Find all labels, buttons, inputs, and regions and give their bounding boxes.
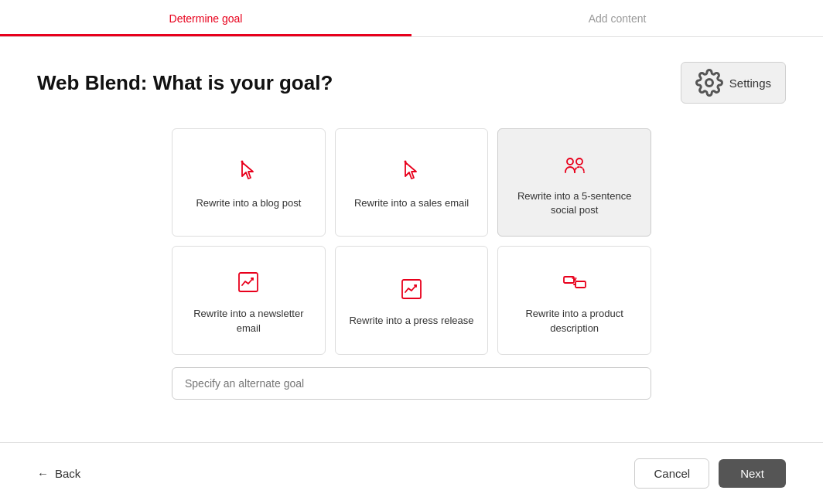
header-row: Web Blend: What is your goal? Settings bbox=[37, 62, 786, 104]
progress-step-2: Add content bbox=[412, 0, 823, 36]
svg-point-2 bbox=[404, 161, 406, 163]
progress-step-2-label: Add content bbox=[589, 12, 647, 25]
progress-step-1-label: Determine goal bbox=[169, 12, 243, 25]
card-social-post[interactable]: Rewrite into a 5-sentence social post bbox=[497, 128, 651, 237]
card-newsletter-label: Rewrite into a newsletter email bbox=[185, 307, 312, 335]
card-blog-post-label: Rewrite into a blog post bbox=[196, 196, 301, 210]
svg-rect-5 bbox=[239, 273, 258, 291]
card-press-release[interactable]: Rewrite into a press release bbox=[335, 246, 489, 354]
card-product-desc[interactable]: Rewrite into a product description bbox=[497, 246, 651, 354]
svg-rect-8 bbox=[575, 281, 586, 288]
right-buttons: Cancel Next bbox=[634, 458, 786, 489]
progress-step-1: Determine goal bbox=[0, 0, 412, 36]
back-arrow-icon: ← bbox=[37, 467, 49, 480]
social-icon bbox=[561, 151, 589, 179]
page-title: Web Blend: What is your goal? bbox=[37, 71, 333, 95]
card-sales-email-label: Rewrite into a sales email bbox=[354, 196, 469, 210]
card-newsletter[interactable]: Rewrite into a newsletter email bbox=[172, 246, 326, 354]
cards-grid: Rewrite into a blog post Rewrite into a … bbox=[172, 128, 651, 355]
progress-bar-container: Determine goal Add content bbox=[0, 0, 823, 37]
svg-point-1 bbox=[241, 161, 244, 163]
svg-rect-7 bbox=[564, 277, 574, 283]
card-press-release-label: Rewrite into a press release bbox=[349, 314, 473, 328]
svg-point-4 bbox=[576, 158, 582, 165]
main-content: Web Blend: What is your goal? Settings R… bbox=[0, 37, 823, 437]
svg-rect-6 bbox=[402, 280, 421, 298]
bottom-nav: ← Back Cancel Next bbox=[0, 442, 823, 504]
card-product-desc-label: Rewrite into a product description bbox=[511, 307, 638, 335]
cancel-button[interactable]: Cancel bbox=[634, 458, 709, 489]
chart2-icon bbox=[398, 275, 425, 303]
card-blog-post[interactable]: Rewrite into a blog post bbox=[172, 128, 326, 237]
alternate-goal-input[interactable] bbox=[172, 367, 651, 400]
alternate-goal-container bbox=[172, 367, 651, 400]
card-sales-email[interactable]: Rewrite into a sales email bbox=[335, 128, 489, 237]
next-button[interactable]: Next bbox=[719, 459, 786, 488]
svg-point-3 bbox=[567, 158, 573, 165]
cursor-icon bbox=[234, 158, 262, 186]
chart-icon bbox=[234, 268, 262, 296]
gear-icon bbox=[695, 69, 723, 97]
svg-point-0 bbox=[705, 80, 712, 87]
cursor2-icon bbox=[398, 158, 425, 186]
settings-label: Settings bbox=[729, 77, 771, 90]
back-button[interactable]: ← Back bbox=[37, 467, 80, 480]
arrows-icon bbox=[561, 268, 589, 296]
settings-button[interactable]: Settings bbox=[681, 62, 786, 104]
card-social-post-label: Rewrite into a 5-sentence social post bbox=[511, 189, 638, 217]
back-label: Back bbox=[55, 467, 80, 480]
